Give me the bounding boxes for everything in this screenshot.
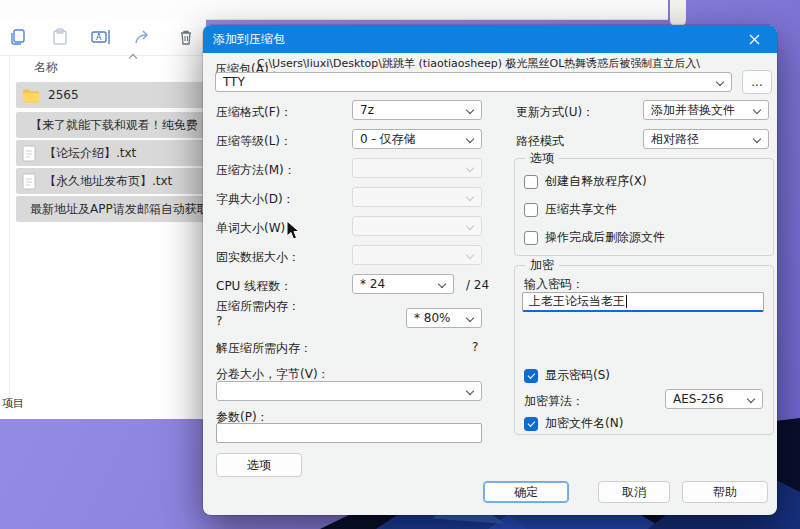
path-mode-label: 路径模式 xyxy=(516,133,564,150)
cpu-threads-label: CPU 线程数： xyxy=(216,278,292,295)
chevron-down-icon xyxy=(754,136,761,143)
checkbox-label: 加密文件名(N) xyxy=(545,415,623,432)
checkbox-icon xyxy=(524,231,538,245)
file-row[interactable]: 【永久地址发布页】.txt xyxy=(16,168,206,194)
checkbox-encrypt-filenames[interactable]: 加密文件名(N) xyxy=(524,415,623,432)
checkbox-icon xyxy=(524,417,538,431)
update-mode-label: 更新方式(U)： xyxy=(516,104,594,121)
desktop: A 名称 2565 xyxy=(0,0,800,529)
volume-size-combobox[interactable] xyxy=(216,381,482,401)
sort-ascending-icon[interactable] xyxy=(130,53,137,60)
browse-button[interactable]: ... xyxy=(742,70,772,94)
file-row[interactable]: 2565 xyxy=(16,82,206,108)
file-name: 【永久地址发布页】.txt xyxy=(44,173,172,190)
chevron-down-icon xyxy=(467,194,474,201)
password-label: 输入密码： xyxy=(524,276,584,293)
checkbox-compress-shared[interactable]: 压缩共享文件 xyxy=(524,201,617,218)
ok-label: 确定 xyxy=(514,484,538,501)
text-file-icon xyxy=(22,173,36,190)
update-mode-combobox[interactable]: 添加并替换文件 xyxy=(643,100,769,120)
chevron-down-icon xyxy=(467,252,474,259)
file-name: 【论坛介绍】.txt xyxy=(44,145,136,162)
checkbox-icon xyxy=(524,175,538,189)
checkbox-create-sfx[interactable]: 创建自释放程序(X) xyxy=(524,173,647,190)
cpu-threads-max: / 24 xyxy=(466,278,489,292)
solid-size-combobox xyxy=(352,245,482,265)
share-icon[interactable] xyxy=(133,27,153,47)
background-scrollbar[interactable] xyxy=(670,0,686,27)
checkbox-icon xyxy=(524,369,538,383)
mouse-cursor xyxy=(286,220,301,241)
file-row[interactable]: 最新地址及APP请发邮箱自动获取! xyxy=(16,196,206,222)
dialog-titlebar[interactable]: 添加到压缩包 xyxy=(203,25,777,53)
encryption-group-title: 加密 xyxy=(525,257,559,274)
memory-label: 压缩所需内存： xyxy=(216,298,300,315)
checkbox-label: 压缩共享文件 xyxy=(545,201,617,218)
copy-icon[interactable] xyxy=(8,27,28,47)
archive-name-value: TTY xyxy=(223,75,245,89)
folder-icon xyxy=(22,88,40,103)
add-to-archive-dialog: 添加到压缩包 压缩包(A)： C:\Users\liuxi\Desktop\跳跳… xyxy=(203,25,777,515)
cancel-button[interactable]: 取消 xyxy=(598,481,670,503)
path-mode-combobox[interactable]: 相对路径 xyxy=(643,129,769,149)
explorer-toolbar: A xyxy=(0,22,206,56)
options-group-title: 选项 xyxy=(525,150,559,167)
level-label: 压缩等级(L)： xyxy=(216,133,292,150)
status-bar-items-count: 项目 xyxy=(2,396,24,411)
file-explorer-window: A 名称 2565 xyxy=(0,19,206,419)
password-input[interactable]: 上老王论坛当老王 xyxy=(522,292,764,312)
file-row[interactable]: 【来了就能下载和观看！纯免费！】 xyxy=(16,112,206,138)
level-combobox[interactable]: 0 - 仅存储 xyxy=(352,129,482,149)
help-button[interactable]: 帮助 xyxy=(682,481,768,503)
checkbox-label: 操作完成后删除源文件 xyxy=(545,229,665,246)
chevron-down-icon xyxy=(467,107,474,114)
delete-icon[interactable] xyxy=(176,27,196,47)
file-row[interactable]: 【论坛介绍】.txt xyxy=(16,140,206,166)
ok-button[interactable]: 确定 xyxy=(483,481,569,503)
chevron-down-icon xyxy=(439,281,446,288)
checkbox-delete-after[interactable]: 操作完成后删除源文件 xyxy=(524,229,665,246)
algorithm-value: AES-256 xyxy=(673,392,724,406)
level-value: 0 - 仅存储 xyxy=(360,131,416,148)
chevron-down-icon xyxy=(748,396,755,403)
checkbox-label: 显示密码(S) xyxy=(545,367,610,384)
close-button[interactable] xyxy=(739,28,769,50)
memory-decompress-value: ? xyxy=(472,340,478,354)
file-name: 2565 xyxy=(48,88,79,102)
checkbox-label: 创建自释放程序(X) xyxy=(545,173,647,190)
options-button[interactable]: 选项 xyxy=(216,453,302,477)
pane-divider xyxy=(9,57,10,407)
algorithm-label: 加密算法： xyxy=(524,393,584,410)
chevron-down-icon xyxy=(467,223,474,230)
paste-icon[interactable] xyxy=(50,27,70,47)
chevron-down-icon xyxy=(754,107,761,114)
archive-name-combobox[interactable]: TTY xyxy=(215,72,732,92)
format-label: 压缩格式(F)： xyxy=(216,104,292,121)
dialog-body: 压缩包(A)： C:\Users\liuxi\Desktop\跳跳羊 (tiao… xyxy=(203,53,777,515)
method-label: 压缩方法(M)： xyxy=(216,162,296,179)
column-header-name[interactable]: 名称 xyxy=(34,59,58,76)
algorithm-combobox[interactable]: AES-256 xyxy=(665,389,763,409)
dictionary-combobox xyxy=(352,187,482,207)
format-combobox[interactable]: 7z xyxy=(352,100,482,120)
file-name: 最新地址及APP请发邮箱自动获取! xyxy=(30,201,206,218)
help-label: 帮助 xyxy=(713,484,737,501)
file-name: 【来了就能下载和观看！纯免费！】 xyxy=(30,117,206,134)
cpu-threads-combobox[interactable]: * 24 xyxy=(352,274,454,294)
memory-combobox[interactable]: * 80% xyxy=(406,308,482,328)
dialog-title: 添加到压缩包 xyxy=(213,31,285,48)
close-icon xyxy=(749,34,760,45)
chevron-down-icon xyxy=(717,79,724,86)
dictionary-label: 字典大小(D)： xyxy=(216,191,295,208)
parameters-input[interactable] xyxy=(216,423,482,443)
chevron-down-icon xyxy=(467,315,474,322)
checkbox-icon xyxy=(524,203,538,217)
memory-decompress-label: 解压缩所需内存： xyxy=(216,340,312,357)
chevron-down-icon xyxy=(467,136,474,143)
rename-icon[interactable]: A xyxy=(90,27,112,47)
password-value: 上老王论坛当老王 xyxy=(529,293,625,310)
chevron-down-icon xyxy=(467,388,474,395)
format-value: 7z xyxy=(360,103,374,117)
checkbox-show-password[interactable]: 显示密码(S) xyxy=(524,367,610,384)
chevron-down-icon xyxy=(467,165,474,172)
